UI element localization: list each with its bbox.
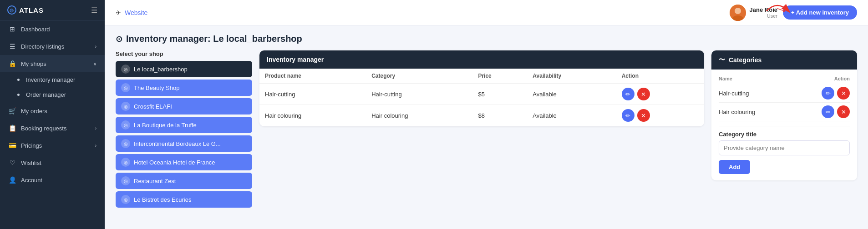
sidebar-header: ◎ ATLAS ☰	[0, 0, 105, 20]
add-new-inventory-button[interactable]: + Add new inventory	[783, 5, 857, 20]
shop-icon: ◎	[121, 158, 130, 167]
chevron-right-icon: ›	[95, 44, 96, 49]
sidebar-item-label: My orders	[21, 108, 47, 114]
shop-item-name: Intercontinental Bordeaux Le G...	[134, 140, 221, 147]
edit-category-1[interactable]: ✏	[822, 105, 834, 118]
cell-price: $8	[472, 105, 527, 126]
sidebar-menu-button[interactable]: ☰	[91, 6, 97, 15]
three-column-layout: Select your shop ◎ Le local_barbershop ◎…	[116, 50, 857, 221]
sidebar-item-account[interactable]: 👤 Account	[0, 171, 105, 189]
topbar-right: Jane Roie User → + Add new inventory	[730, 5, 857, 21]
cell-availability: Available	[527, 105, 616, 126]
cell-product: Hair-cutting	[259, 84, 366, 105]
divider	[719, 126, 850, 126]
sidebar-item-pricings[interactable]: 💳 Pricings ›	[0, 137, 105, 154]
dashboard-icon: ⊞	[8, 25, 16, 33]
sub-item-dot	[17, 94, 20, 96]
categories-header: 〜 Categories	[711, 50, 857, 70]
sidebar-item-label: Dashboard	[21, 26, 50, 33]
cell-product: Hair colouring	[259, 105, 366, 126]
category-title-input[interactable]	[719, 140, 850, 155]
sidebar: ◎ ATLAS ☰ ⊞ Dashboard ☰ Directory listin…	[0, 0, 105, 229]
directory-icon: ☰	[8, 43, 16, 50]
orders-icon: 🛒	[8, 107, 16, 114]
cell-availability: Available	[527, 84, 616, 105]
table-row: Hair colouring Hair colouring $8 Availab…	[259, 105, 704, 126]
shop-item-6[interactable]: ◎ Restaurant Zest	[116, 173, 252, 189]
shop-item-1[interactable]: ◎ The Beauty Shop	[116, 80, 252, 96]
chevron-down-icon: ∨	[93, 61, 96, 66]
cell-category: Hair-cutting	[366, 84, 472, 105]
wishlist-icon: ♡	[8, 159, 16, 166]
sidebar-item-order-manager[interactable]: Order manager	[0, 87, 105, 102]
topbar-left: ✈ Website	[116, 9, 147, 16]
edit-button-row0[interactable]: ✏	[622, 88, 635, 100]
shop-icon: ◎	[121, 176, 130, 185]
sidebar-item-label: Pricings	[21, 142, 42, 149]
table-row: Hair-cutting Hair-cutting $5 Available ✏…	[259, 84, 704, 105]
shop-item-5[interactable]: ◎ Hotel Oceania Hotel de France	[116, 154, 252, 170]
sidebar-logo: ◎ ATLAS	[7, 5, 44, 15]
sidebar-item-label: Account	[21, 177, 42, 184]
edit-category-0[interactable]: ✏	[822, 87, 834, 100]
shop-item-2[interactable]: ◎ Crossfit ELAFI	[116, 98, 252, 114]
cell-action: ✏ ✕	[616, 105, 704, 126]
sidebar-logo-text: ATLAS	[19, 6, 44, 14]
col-product-name: Product name	[259, 69, 366, 84]
topbar: ✈ Website Jane Roie User →	[105, 0, 868, 25]
svg-point-1	[735, 8, 741, 14]
chevron-right-icon: ›	[95, 126, 96, 131]
add-category-button[interactable]: Add	[719, 160, 750, 174]
inventory-table: Product name Category Price Availability…	[259, 69, 704, 126]
shop-icon: ◎	[121, 65, 130, 74]
sidebar-item-label: Wishlist	[21, 159, 41, 166]
inventory-table-header: Inventory manager	[259, 50, 704, 69]
sidebar-item-dashboard[interactable]: ⊞ Dashboard	[0, 20, 105, 38]
sidebar-item-label: Booking requests	[21, 125, 66, 132]
delete-button-row0[interactable]: ✕	[637, 88, 650, 100]
cat-action-header: Action	[834, 76, 850, 81]
booking-icon: 📋	[8, 124, 16, 132]
sidebar-item-wishlist[interactable]: ♡ Wishlist	[0, 154, 105, 171]
shop-item-7[interactable]: ◎ Le Bistrot des Ecuries	[116, 191, 252, 208]
shop-item-name: Le Bistrot des Ecuries	[134, 196, 191, 203]
sidebar-item-my-shops[interactable]: 🔒 My shops ∨	[0, 55, 105, 72]
sidebar-nav: ⊞ Dashboard ☰ Directory listings › 🔒 My …	[0, 20, 105, 229]
sidebar-sub-item-label: Inventory manager	[26, 76, 75, 83]
shop-list-column: Select your shop ◎ Le local_barbershop ◎…	[116, 50, 252, 221]
sidebar-item-label: Directory listings	[21, 43, 64, 50]
atlas-logo-icon: ◎	[7, 5, 16, 15]
sub-item-dot	[17, 79, 20, 81]
delete-button-row1[interactable]: ✕	[637, 109, 650, 122]
avatar	[730, 5, 746, 21]
shop-item-3[interactable]: ◎ La Boutique de la Truffe	[116, 117, 252, 133]
category-add-section: Category title Add	[719, 131, 850, 174]
shop-item-name: La Boutique de la Truffe	[134, 122, 197, 129]
shop-icon: ◎	[121, 83, 130, 92]
category-add-label: Category title	[719, 131, 850, 138]
content-area: ⊙ Inventory manager: Le local_barbershop…	[105, 25, 868, 229]
category-name: Hair-cutting	[719, 90, 749, 97]
shop-item-name: Le local_barbershop	[134, 66, 188, 73]
categories-column: 〜 Categories Name Action Hair-cutting ✏	[711, 50, 857, 221]
col-category: Category	[366, 69, 472, 84]
sidebar-item-inventory-manager[interactable]: Inventory manager	[0, 72, 105, 87]
sidebar-item-my-orders[interactable]: 🛒 My orders	[0, 102, 105, 119]
delete-category-0[interactable]: ✕	[837, 87, 850, 100]
shop-item-4[interactable]: ◎ Intercontinental Bordeaux Le G...	[116, 135, 252, 152]
website-label[interactable]: Website	[125, 9, 147, 16]
sidebar-item-directory-listings[interactable]: ☰ Directory listings ›	[0, 38, 105, 55]
sidebar-item-booking-requests[interactable]: 📋 Booking requests ›	[0, 119, 105, 137]
inventory-table-card: Inventory manager Product name Category …	[259, 50, 704, 126]
cell-category: Hair colouring	[366, 105, 472, 126]
col-availability: Availability	[527, 69, 616, 84]
shops-icon: 🔒	[8, 60, 16, 67]
delete-category-1[interactable]: ✕	[837, 105, 850, 118]
edit-button-row1[interactable]: ✏	[622, 109, 635, 122]
categories-card: 〜 Categories Name Action Hair-cutting ✏	[711, 50, 857, 180]
chevron-right-icon: ›	[95, 143, 96, 148]
shop-icon: ◎	[121, 102, 130, 111]
categories-col-headers: Name Action	[719, 76, 850, 81]
shop-item-0[interactable]: ◎ Le local_barbershop	[116, 61, 252, 77]
shop-item-name: Crossfit ELAFI	[134, 103, 172, 110]
